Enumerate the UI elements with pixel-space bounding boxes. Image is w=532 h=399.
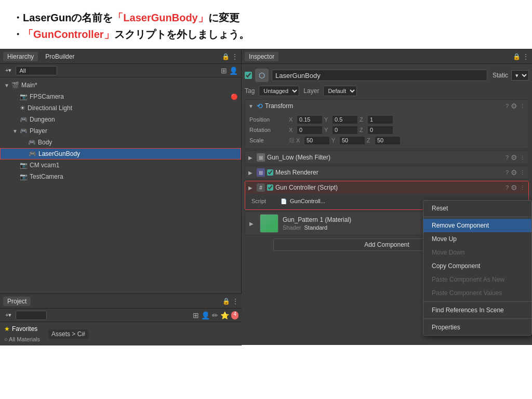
tab-inspector[interactable]: Inspector bbox=[245, 52, 278, 61]
ctx-copy-component[interactable]: Copy Component bbox=[423, 259, 531, 273]
scale-row: Scale ⛓ X Y Z bbox=[249, 135, 524, 145]
z-axis-pos: Z bbox=[360, 116, 366, 123]
tree-item-dungeon[interactable]: 🎮 Dungeon bbox=[0, 114, 241, 125]
lock-icon: 🔒 bbox=[222, 53, 230, 60]
label-cmvcam1: CM vcam1 bbox=[30, 162, 59, 169]
object-name-input[interactable] bbox=[272, 70, 487, 81]
tag-select[interactable]: Untagged bbox=[259, 86, 299, 96]
position-z-input[interactable] bbox=[367, 115, 393, 124]
ctx-move-up[interactable]: Move Up bbox=[423, 232, 531, 246]
mesh-renderer-name: Mesh Renderer bbox=[275, 169, 503, 176]
transform-settings[interactable]: ⚙ bbox=[511, 102, 517, 110]
gun-controller-arrow: ▶ bbox=[248, 185, 255, 191]
hierarchy-search-input[interactable] bbox=[16, 66, 57, 75]
z-axis-rot: Z bbox=[360, 127, 366, 133]
gun-controller-settings[interactable]: ⚙ bbox=[511, 183, 517, 192]
icon-testcamera: 📷 bbox=[20, 173, 28, 180]
icon-lasergunbody: 🎮 bbox=[29, 150, 36, 157]
rotation-x-input[interactable] bbox=[297, 126, 323, 135]
layer-select[interactable]: Default bbox=[323, 86, 357, 96]
hierarchy-add-button[interactable]: +▾ bbox=[3, 66, 14, 75]
gun-controller-checkbox[interactable] bbox=[267, 184, 273, 191]
line1-suffix: に変更 bbox=[208, 12, 240, 23]
arrow-player: ▼ bbox=[12, 128, 20, 134]
tab-project[interactable]: Project bbox=[3, 297, 31, 306]
tree-item-cmvcam1[interactable]: 📷 CM vcam1 bbox=[0, 159, 241, 171]
mesh-renderer-arrow: ▶ bbox=[248, 170, 255, 176]
mesh-filter-header[interactable]: ▶ ⊞ Gun_Low (Mesh Filter) ? ⚙ ⋮ bbox=[245, 151, 528, 164]
layer-label: Layer bbox=[303, 87, 319, 95]
project-item-allmat[interactable]: ○ All Materials bbox=[4, 334, 40, 344]
gun-controller-more[interactable]: ⋮ bbox=[520, 184, 525, 191]
mesh-filter-help[interactable]: ? bbox=[506, 154, 509, 161]
tree-item-testcamera[interactable]: 📷 TestCamera bbox=[0, 171, 241, 182]
unity-editor: Hierarchy ProBuilder 🔒 ⋮ +▾ ⊞ 👤 ▼ bbox=[0, 49, 532, 345]
scale-x-input[interactable] bbox=[304, 136, 330, 145]
tree-item-fpscamera[interactable]: 📷 FPSCamera 🔴 bbox=[0, 91, 241, 102]
gun-controller-header[interactable]: ▶ # Gun Controller (Script) ? ⚙ ⋮ bbox=[245, 181, 528, 194]
star-icon: ★ bbox=[4, 325, 10, 332]
mesh-filter-settings[interactable]: ⚙ bbox=[511, 153, 517, 162]
tree-item-lasergunbody[interactable]: 🎮 LaserGunBody bbox=[0, 148, 241, 159]
transform-help[interactable]: ? bbox=[506, 103, 509, 109]
hierarchy-tab-bar: Hierarchy ProBuilder 🔒 ⋮ bbox=[0, 49, 241, 64]
label-directional: Directional Light bbox=[28, 104, 72, 112]
transform-header[interactable]: ▼ ⟲ Transform ? ⚙ ⋮ bbox=[245, 100, 528, 112]
mesh-renderer-help[interactable]: ? bbox=[506, 169, 509, 176]
tree-item-directional[interactable]: ☀ Directional Light bbox=[0, 102, 241, 114]
mesh-renderer-more[interactable]: ⋮ bbox=[520, 169, 525, 176]
mesh-renderer-checkbox[interactable] bbox=[267, 169, 273, 176]
x-axis-pos: X bbox=[289, 116, 295, 123]
scale-y-input[interactable] bbox=[339, 136, 365, 145]
more-icon: ⋮ bbox=[232, 53, 238, 60]
static-dropdown[interactable]: ▾ bbox=[511, 70, 529, 81]
project-favorites: ★ Favorites ○ All Materials bbox=[4, 324, 40, 344]
object-active-checkbox[interactable] bbox=[245, 72, 252, 79]
ctx-properties[interactable]: Properties bbox=[423, 321, 531, 334]
project-search-input[interactable] bbox=[16, 311, 47, 320]
inspector-panel: Inspector 🔒 ⋮ ⬡ Static ▾ Tag Unta bbox=[242, 49, 532, 345]
gun-controller-help[interactable]: ? bbox=[506, 184, 509, 191]
rotation-y-input[interactable] bbox=[332, 126, 358, 135]
proj-icon-2: 👤 bbox=[201, 311, 210, 320]
y-axis-scale: Y bbox=[331, 137, 338, 143]
ctx-divider-3 bbox=[423, 318, 531, 319]
line1-highlight: 「LaserGunBody」 bbox=[113, 12, 208, 23]
icon-fpscamera: 📷 bbox=[20, 93, 28, 100]
rotation-label: Rotation bbox=[249, 127, 286, 133]
label-player: Player bbox=[30, 127, 47, 135]
proj-icon-4: ⭐ bbox=[220, 311, 229, 320]
project-toolbar: +▾ ⊞ 👤 ✏ ⭐ 4 bbox=[0, 309, 242, 322]
tree-item-body[interactable]: 🎮 Body bbox=[0, 137, 241, 148]
tab-hierarchy[interactable]: Hierarchy bbox=[3, 52, 38, 61]
project-item-favorites[interactable]: ★ Favorites bbox=[4, 324, 40, 334]
tab-probuilder[interactable]: ProBuilder bbox=[41, 52, 78, 61]
x-axis-rot: X bbox=[289, 127, 295, 133]
label-main: Main* bbox=[21, 82, 37, 89]
favorites-label: Favorites bbox=[12, 325, 37, 332]
ctx-remove-component[interactable]: Remove Component bbox=[423, 219, 531, 232]
transform-more[interactable]: ⋮ bbox=[520, 103, 525, 110]
transform-arrow: ▼ bbox=[248, 103, 255, 109]
project-add-button[interactable]: +▾ bbox=[3, 311, 14, 320]
scale-z-input[interactable] bbox=[375, 136, 401, 145]
hierarchy-toolbar: +▾ ⊞ 👤 bbox=[0, 64, 241, 77]
x-axis-scale: X bbox=[296, 137, 302, 143]
shader-label: Shader bbox=[283, 224, 301, 231]
tree-item-main[interactable]: ▼ 🎬 Main* bbox=[0, 79, 241, 91]
hierarchy-toolbar-icons: ⊞ 👤 bbox=[221, 66, 238, 75]
label-testcamera: TestCamera bbox=[30, 173, 63, 180]
ctx-reset[interactable]: Reset bbox=[423, 202, 531, 215]
position-x-input[interactable] bbox=[297, 115, 323, 124]
mesh-filter-more[interactable]: ⋮ bbox=[520, 154, 525, 161]
mesh-renderer-settings[interactable]: ⚙ bbox=[511, 168, 517, 177]
label-lasergunbody: LaserGunBody bbox=[38, 150, 80, 157]
icon-directional: ☀ bbox=[20, 104, 25, 112]
mesh-renderer-header[interactable]: ▶ ⊞ Mesh Renderer ? ⚙ ⋮ bbox=[245, 166, 528, 179]
scale-xyz: ⛓ X Y Z bbox=[289, 136, 401, 145]
tree-item-player[interactable]: ▼ 🎮 Player bbox=[0, 125, 241, 137]
rotation-z-input[interactable] bbox=[367, 126, 393, 135]
position-y-input[interactable] bbox=[332, 115, 358, 124]
scale-link-icon: ⛓ bbox=[289, 137, 295, 143]
ctx-find-references[interactable]: Find References In Scene bbox=[423, 303, 531, 317]
